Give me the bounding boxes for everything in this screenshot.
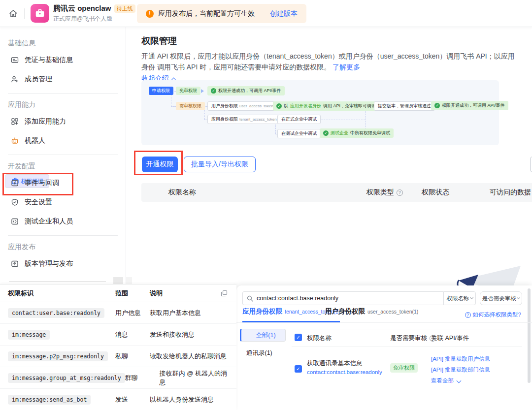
cutoff-button[interactable] [530,157,532,172]
flow-connector [365,111,366,129]
permission-code[interactable]: im:message:send_as_bot [8,395,91,405]
sidebar-section-basic: 基础信息 [8,39,118,48]
permission-code[interactable]: im:message.group_at_msg:readonly [8,373,125,383]
filter-review-select[interactable]: 是否需要审核 [480,291,522,305]
sidebar-item-version[interactable]: 版本管理与发布 [5,254,121,273]
flow-node-apply: 申请权限 [149,87,173,95]
cutoff-chip [126,277,132,284]
code-brackets-icon [10,217,19,226]
permission-desc: 接收群内 @ 机器人的消息 [160,369,229,387]
col-label: 权限类型 [366,188,394,197]
notice-text: 应用发布后，当前配置方可生效 [158,9,255,18]
search-value: contact:contact.base:readonly [257,295,338,302]
chevron-down-icon [469,296,473,299]
category-label: 全部(1) [256,331,275,340]
sidebar-separator [8,235,118,236]
api-link[interactable]: [API] 批量获取用户信息 [431,355,490,363]
filter-field-select[interactable]: 权限名称 [443,291,476,305]
page-title: 权限管理 [141,35,177,47]
check-icon: ✓ [323,130,329,136]
select-value: 是否需要审核 [482,295,516,302]
view-all-label: 查看全部 [431,378,454,383]
sidebar-item-test-company[interactable]: 测试企业和人员 [5,212,121,231]
learn-more-link[interactable]: 了解更多 [332,63,360,71]
sidebar-item-bot[interactable]: 机器人 [5,131,121,150]
sidebar-item-events[interactable]: 事件与回调 [5,174,121,192]
permission-code[interactable]: im:message [8,330,50,340]
permission-reference-panel: 权限标识 范围 说明 contact:user.base:readonly 用户… [0,284,236,410]
permission-name: 获取通讯录基本信息 [307,359,363,368]
flow-node-submit: 提交版本，管理员审核通过 [374,101,435,111]
cutoff-chip [113,277,123,284]
col-accessible-data: 可访问的数据 [490,188,531,197]
check-icon: ✓ [276,103,282,109]
home-icon [8,9,18,19]
flow-connector [171,106,176,107]
flow-node-text: 以 [284,103,288,109]
col-permission-name: 权限名称 [307,334,332,343]
how-to-choose-link[interactable]: ? 如何选择权限类型? [465,311,521,318]
briefcase-icon [34,8,45,19]
category-label: 通讯录(1) [246,349,272,357]
col-permission-status: 权限状态 [422,188,449,197]
tab-title: 应用身份权限 [242,307,282,316]
home-button[interactable] [6,6,21,21]
view-all-link[interactable]: 查看全部 [431,377,461,384]
select-all-checkbox[interactable]: ✓ [295,334,302,341]
col-permission-type: 权限类型 ? [366,188,403,197]
arrow-right-icon [201,89,204,93]
check-icon: ✓ [211,88,216,94]
flow-node-dev-debug: ✓ 以应用开发者身份调用 API，免审核即可调试 [273,101,379,111]
grid-add-icon [10,117,19,126]
help-icon: ? [465,312,471,318]
sidebar-item-credentials[interactable]: 凭证与基础信息 [5,51,121,69]
chevron-down-icon [517,296,520,299]
permission-code-link[interactable]: contact:contact.base:readonly [307,369,382,375]
permission-code[interactable]: im:message.p2p_msg:readonly [8,351,108,361]
search-input[interactable]: contact:contact.base:readonly [242,291,443,305]
cutoff-element-edge [9,281,106,282]
table-row: im:message 消息 发送和接收消息 [0,324,236,346]
open-permission-button[interactable]: 开通权限 [142,157,178,172]
sidebar-item-add-capability[interactable]: 添加应用能力 [5,112,121,131]
app-logo[interactable] [31,4,49,23]
flow-node-free: 免审权限 [176,87,200,95]
description-text: 开通 API 权限后，应用才能以应用身份（tenant_access_token… [141,52,515,71]
permission-code[interactable]: contact:user.base:readonly [8,308,104,318]
publish-arrow-icon [10,259,19,268]
flow-node-text: 调用 API，免审核即可调试 [323,103,376,109]
sidebar-separator [8,155,118,155]
permission-desc: 以机器人身份发送消息 [150,395,229,404]
row-checkbox[interactable]: ✓ [295,365,302,373]
batch-import-export-button[interactable]: 批量导入/导出权限 [184,157,256,172]
permission-scope: 消息 [115,330,150,339]
table-row: im:message.p2p_msg:readonly 私聊 读取发给机器人的私… [0,346,236,367]
event-callback-icon [10,179,19,188]
help-icon[interactable]: ? [397,189,403,196]
copy-button[interactable] [221,290,229,297]
permission-scope: 私聊 [115,352,150,361]
sidebar-item-label: 测试企业和人员 [25,217,73,226]
flow-node-title: 在测试企业中调试 [281,130,317,137]
tab-user-permissions[interactable]: 用户身份权限 user_access_token(1) [325,307,418,322]
main-content: 权限管理 开通 API 权限后，应用才能以应用身份（tenant_access_… [126,27,532,285]
col-related-api: 关联 API/事件 [431,334,469,343]
page-description: 开通 API 权限后，应用才能以应用身份（tenant_access_token… [141,51,521,72]
api-link[interactable]: [API] 批量获取部门信息 [431,366,490,374]
flow-node-title: 提交版本，管理员审核通过 [378,103,431,109]
col-permission-name: 权限名称 [168,188,196,197]
flow-node-title: 用户身份权限 [211,103,238,109]
category-all[interactable]: 全部(1) [240,329,286,342]
flow-node-test-free: ✓ 测试企业中所有权限免审调试 [320,128,394,138]
scrollbar-thumb[interactable] [528,288,531,383]
create-version-link[interactable]: 创建版本 [270,9,298,18]
id-card-icon [10,56,19,64]
sidebar-section-dev: 开发配置 [8,162,118,171]
person-add-icon [10,75,19,84]
permission-scope: 发送 [115,395,150,404]
sidebar-item-security[interactable]: 安全设置 [5,193,121,212]
sidebar-item-members[interactable]: 成员管理 [5,70,121,89]
col-need-review: 是否需要审核 ? [390,334,436,343]
app-subtitle: 正式应用@飞书个人版 [53,15,135,23]
category-contacts[interactable]: 通讯录(1) [240,347,286,359]
